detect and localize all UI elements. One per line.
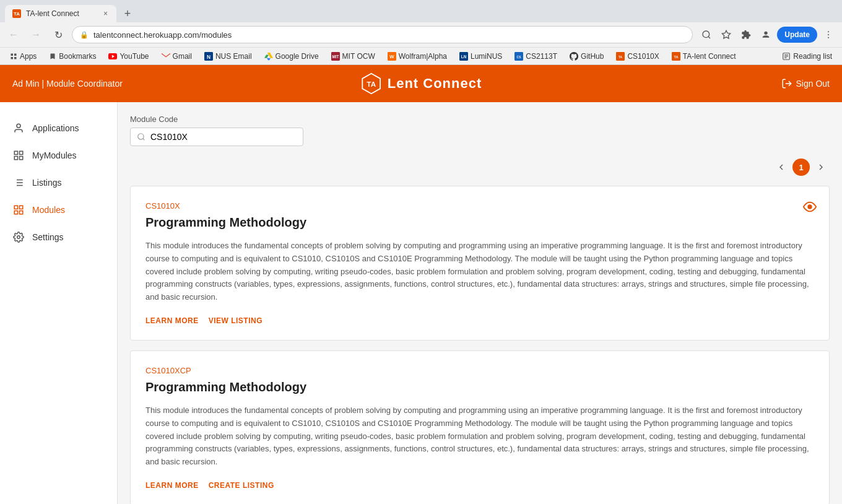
svg-marker-17 [267, 58, 271, 60]
browser-chrome: TA TA-lent Connect × + ← → ↻ 🔒 talentcon… [0, 0, 842, 65]
bookmark-cs2113t-label: CS2113T [526, 52, 557, 61]
new-tab-button[interactable]: + [119, 5, 136, 22]
bookmark-gmail-label: Gmail [173, 52, 192, 61]
bookmark-mit-ocw[interactable]: MIT MIT OCW [326, 51, 380, 62]
svg-rect-10 [14, 57, 17, 59]
sidebar-item-settings[interactable]: Settings [0, 224, 117, 251]
bookmark-talent-connect-label: TA-lent Connect [683, 52, 736, 61]
forward-button[interactable]: → [27, 26, 45, 43]
search-label: Module Code [130, 115, 830, 124]
svg-point-0 [703, 31, 710, 38]
search-input[interactable] [150, 132, 297, 142]
bookmark-cs2113t[interactable]: CS CS2113T [510, 51, 562, 62]
svg-point-53 [138, 134, 144, 139]
svg-point-37 [17, 124, 20, 128]
sidebar-item-listings[interactable]: Listings [0, 169, 117, 196]
svg-text:MIT: MIT [332, 54, 339, 58]
svg-point-52 [17, 236, 20, 239]
svg-point-55 [808, 205, 812, 209]
browser-actions: Update [698, 26, 837, 43]
bookmark-mit-ocw-label: MIT OCW [342, 52, 375, 61]
sidebar-mymodules-label: MyModules [32, 150, 77, 160]
content-area: Applications MyModules Listings Modules [0, 102, 842, 504]
bookmark-youtube-label: YouTube [119, 52, 149, 61]
svg-point-6 [828, 37, 829, 38]
bookmark-luminus[interactable]: LN LumiNUS [454, 51, 507, 62]
eye-icon-0[interactable] [803, 199, 817, 214]
next-page-button[interactable] [812, 159, 830, 176]
lock-icon: 🔒 [80, 31, 89, 39]
search-section: Module Code [130, 115, 830, 146]
svg-rect-49 [20, 206, 23, 209]
bookmarks-bar: Apps Bookmarks YouTube Gmail N NUS Email… [0, 47, 842, 64]
svg-point-3 [765, 32, 768, 35]
bookmark-apps-label: Apps [20, 52, 37, 61]
bookmark-nus-email[interactable]: N NUS Email [199, 51, 257, 62]
learn-more-link-0[interactable]: LEARN MORE [145, 316, 199, 325]
update-button[interactable]: Update [777, 27, 817, 43]
menu-button[interactable] [820, 26, 837, 43]
logo-text: Lent Connect [388, 76, 482, 92]
create-listing-link-1[interactable]: CREATE LISTING [209, 481, 274, 490]
pagination: 1 [130, 159, 830, 176]
svg-text:N: N [207, 53, 210, 59]
sidebar-item-modules[interactable]: Modules [0, 196, 117, 224]
svg-point-5 [828, 34, 829, 35]
refresh-button[interactable]: ↻ [50, 26, 67, 43]
bookmark-luminus-label: LumiNUS [471, 52, 502, 61]
bookmark-bookmarks[interactable]: Bookmarks [44, 51, 101, 62]
bookmark-apps[interactable]: Apps [5, 51, 41, 62]
sidebar-settings-label: Settings [32, 232, 64, 242]
bookmark-github[interactable]: GitHub [565, 51, 609, 62]
app-header: Ad Min | Module Coordinator TA Lent Conn… [0, 65, 842, 102]
current-page: 1 [792, 159, 810, 176]
bookmark-youtube[interactable]: YouTube [103, 51, 154, 62]
module-card-1: CS1010XCP Programming Methodology This m… [130, 350, 830, 504]
svg-rect-51 [20, 211, 23, 214]
tab-title: TA-lent Connect [26, 9, 97, 18]
sidebar-item-applications[interactable]: Applications [0, 115, 117, 142]
bookmark-bookmarks-label: Bookmarks [59, 52, 96, 61]
bookmark-github-label: GitHub [581, 52, 604, 61]
svg-rect-7 [11, 53, 14, 56]
logo-hex-icon: TA [360, 72, 383, 95]
back-button[interactable]: ← [5, 26, 22, 43]
reading-list-button[interactable]: Reading list [777, 51, 837, 62]
learn-more-link-1[interactable]: LEARN MORE [145, 481, 199, 490]
svg-rect-8 [14, 53, 17, 56]
module-actions-0: LEARN MORE VIEW LISTING [145, 316, 814, 325]
bookmark-star-button[interactable] [718, 26, 735, 43]
tab-close-button[interactable]: × [102, 8, 109, 19]
bookmark-cs1010x-label: CS1010X [627, 52, 659, 61]
extensions-button[interactable] [737, 26, 755, 43]
search-browser-button[interactable] [698, 26, 715, 43]
module-card-0: CS1010X Programming Methodology This mod… [130, 186, 830, 341]
sign-out-button[interactable]: Sign Out [781, 78, 830, 89]
profile-button[interactable] [757, 26, 775, 43]
svg-point-4 [828, 31, 829, 32]
sign-out-label: Sign Out [796, 79, 830, 89]
prev-page-button[interactable] [773, 159, 790, 176]
bookmark-cs1010x[interactable]: TA CS1010X [611, 51, 664, 62]
app: Ad Min | Module Coordinator TA Lent Conn… [0, 65, 842, 504]
bookmark-talent-connect[interactable]: TA TA-lent Connect [667, 51, 741, 62]
bookmark-google-drive[interactable]: Google Drive [259, 51, 324, 62]
sidebar-item-mymodules[interactable]: MyModules [0, 142, 117, 169]
search-icon [137, 133, 145, 141]
svg-marker-2 [723, 30, 731, 38]
address-bar-row: ← → ↻ 🔒 talentconnect.herokuapp.com/modu… [0, 22, 842, 47]
header-right: Sign Out [781, 78, 830, 89]
bookmark-gmail[interactable]: Gmail [157, 51, 197, 62]
view-listing-link-0[interactable]: VIEW LISTING [209, 316, 263, 325]
search-box[interactable] [130, 128, 303, 146]
module-code-0: CS1010X [145, 201, 814, 211]
bookmark-wolfram-label: Wolfram|Alpha [399, 52, 447, 61]
bookmark-wolfram[interactable]: W Wolfram|Alpha [383, 51, 452, 62]
header-logo: TA Lent Connect [360, 72, 482, 95]
address-bar[interactable]: 🔒 talentconnect.herokuapp.com/modules [72, 26, 693, 43]
svg-text:TA: TA [674, 54, 678, 58]
active-tab[interactable]: TA TA-lent Connect × [5, 5, 116, 22]
module-title-0: Programming Methodology [145, 215, 814, 230]
svg-text:CS: CS [517, 55, 522, 58]
svg-rect-50 [14, 211, 17, 214]
